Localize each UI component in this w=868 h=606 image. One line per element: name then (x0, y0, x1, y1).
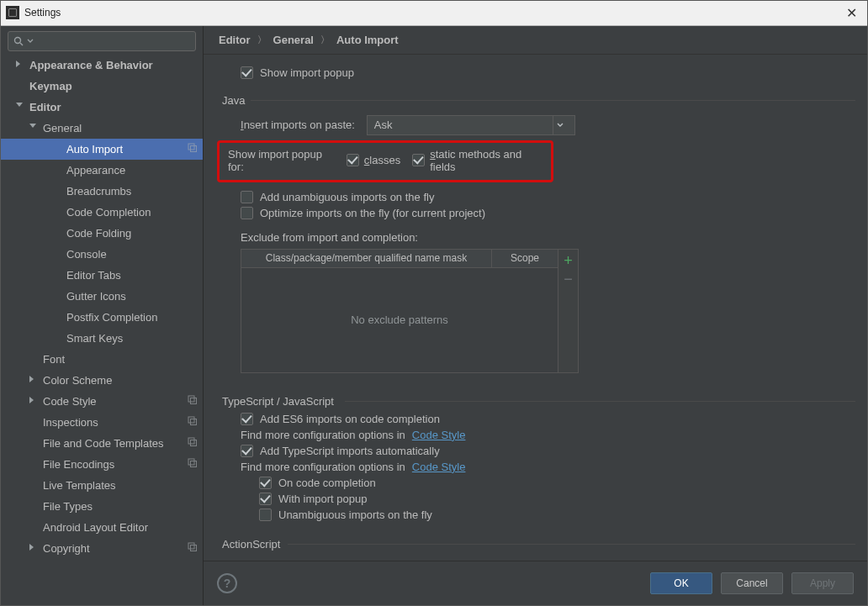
tree-item[interactable]: Font (1, 349, 203, 370)
classes-label[interactable]: classes (364, 154, 400, 166)
optimize-imports-label[interactable]: Optimize imports on the fly (for current… (260, 207, 485, 219)
ok-button[interactable]: OK (650, 572, 712, 594)
tree-item[interactable]: Console (1, 244, 203, 265)
tree-item[interactable]: Smart Keys (1, 328, 203, 349)
tree-item-label: General (43, 122, 82, 134)
tree-item-label: Postfix Completion (66, 311, 157, 324)
tree-item-label: Code Completion (66, 206, 151, 219)
on-code-completion-label[interactable]: On code completion (278, 477, 376, 489)
with-import-popup-label[interactable]: With import popup (278, 493, 368, 505)
chevron-right-icon (29, 376, 38, 384)
help-icon[interactable]: ? (217, 573, 237, 593)
tree-item[interactable]: Breadcrumbs (1, 181, 203, 202)
tree-item[interactable]: Live Templates (1, 475, 203, 496)
tree-item-label: File Types (43, 500, 93, 513)
tree-item-label: Breadcrumbs (66, 185, 131, 198)
tree-item-label: File and Code Templates (43, 437, 164, 450)
cancel-button[interactable]: Cancel (721, 572, 783, 594)
tree-item-label: Appearance (66, 164, 125, 177)
add-icon[interactable]: + (564, 253, 573, 268)
insert-imports-label: Insert imports on paste: (241, 119, 355, 131)
tree-item[interactable]: Appearance & Behavior (1, 55, 203, 76)
copy-icon (187, 394, 198, 408)
tree-item-label: Inspections (43, 416, 98, 429)
optimize-imports-checkbox[interactable] (241, 207, 253, 219)
classes-checkbox[interactable] (347, 154, 359, 166)
crumb-editor: Editor (219, 34, 251, 46)
exclude-col-mask[interactable]: Class/package/member qualified name mask (241, 250, 492, 267)
tree-item[interactable]: Editor (1, 97, 203, 118)
code-style-link-2[interactable]: Code Style (412, 461, 466, 473)
breadcrumb: Editor 〉 General 〉 Auto Import (204, 26, 867, 55)
svg-rect-12 (188, 543, 194, 549)
show-popup-for-row: Show import popup for: classes static me… (217, 140, 553, 182)
settings-window: Settings ✕ Appearance & BehaviorKeymapEd… (0, 0, 868, 606)
add-ts-label[interactable]: Add TypeScript imports automatically (260, 445, 440, 457)
tree-item[interactable]: Keymap (1, 76, 203, 97)
tree-item[interactable]: Copyright (1, 538, 203, 559)
chevron-right-icon (16, 61, 24, 69)
window-title: Settings (24, 7, 61, 18)
search-input[interactable] (8, 31, 196, 51)
exclude-table: Class/package/member qualified name mask… (241, 249, 579, 373)
tree-item[interactable]: Gutter Icons (1, 286, 203, 307)
static-checkbox[interactable] (412, 154, 425, 166)
chevron-down-icon (553, 116, 568, 134)
tree-item[interactable]: Code Completion (1, 202, 203, 223)
add-es6-checkbox[interactable] (241, 413, 253, 425)
tree-item[interactable]: File Types (1, 496, 203, 517)
chevron-right-icon: 〉 (320, 34, 330, 46)
tree-item[interactable]: Code Folding (1, 223, 203, 244)
close-icon[interactable]: ✕ (841, 5, 862, 21)
tree-item[interactable]: Android Layout Editor (1, 517, 203, 538)
crumb-auto-import: Auto Import (336, 34, 399, 46)
with-import-popup-checkbox[interactable] (259, 493, 272, 505)
tree-item[interactable]: Auto Import (1, 139, 203, 160)
add-ts-checkbox[interactable] (241, 445, 253, 457)
tree-item[interactable]: Inspections (1, 412, 203, 433)
copy-icon (187, 541, 198, 555)
tree-item[interactable]: Appearance (1, 160, 203, 181)
remove-icon[interactable]: − (564, 271, 573, 287)
insert-imports-select[interactable]: Ask (367, 115, 575, 135)
tree-item-label: Keymap (29, 80, 72, 92)
tree-item[interactable]: File and Code Templates (1, 433, 203, 454)
svg-rect-6 (188, 417, 194, 423)
add-es6-label[interactable]: Add ES6 imports on code completion (260, 413, 440, 425)
exclude-col-scope[interactable]: Scope (492, 250, 558, 267)
code-style-link[interactable]: Code Style (412, 429, 466, 441)
tree-item[interactable]: Code Style (1, 391, 203, 412)
java-section-label: Java (222, 94, 855, 107)
dialog-footer: ? OK Cancel Apply (204, 561, 867, 605)
unambiguous-ts-checkbox[interactable] (259, 509, 272, 521)
copy-icon (187, 142, 198, 155)
svg-rect-5 (191, 398, 197, 404)
tree-item-label: Code Style (43, 395, 97, 408)
exclude-label: Exclude from import and completion: (241, 231, 855, 244)
static-label[interactable]: static methods and fields (430, 148, 542, 173)
titlebar: Settings ✕ (1, 1, 867, 26)
show-import-popup-checkbox[interactable] (241, 66, 253, 79)
on-code-completion-checkbox[interactable] (259, 477, 272, 489)
chevron-right-icon (29, 397, 38, 405)
tree-item[interactable]: Color Scheme (1, 370, 203, 391)
exclude-empty: No exclude patterns (241, 268, 558, 372)
tree-item-label: Console (66, 248, 107, 261)
tree-item[interactable]: Postfix Completion (1, 307, 203, 328)
show-import-popup-label[interactable]: Show import popup (260, 66, 354, 79)
svg-rect-8 (188, 438, 194, 444)
tree-item[interactable]: General (1, 118, 203, 139)
svg-line-1 (20, 43, 23, 45)
add-unambiguous-label[interactable]: Add unambiguous imports on the fly (260, 191, 434, 203)
chevron-down-icon (29, 124, 38, 132)
settings-tree[interactable]: Appearance & BehaviorKeymapEditorGeneral… (1, 55, 203, 605)
tree-item[interactable]: Editor Tabs (1, 265, 203, 286)
apply-button[interactable]: Apply (791, 572, 854, 594)
tree-item[interactable]: File Encodings (1, 454, 203, 475)
add-unambiguous-checkbox[interactable] (241, 191, 253, 203)
search-icon (13, 36, 24, 46)
tree-item-label: Copyright (43, 542, 90, 555)
unambiguous-ts-label[interactable]: Unambiguous imports on the fly (278, 509, 432, 521)
svg-point-0 (15, 37, 21, 43)
sidebar: Appearance & BehaviorKeymapEditorGeneral… (1, 26, 204, 605)
